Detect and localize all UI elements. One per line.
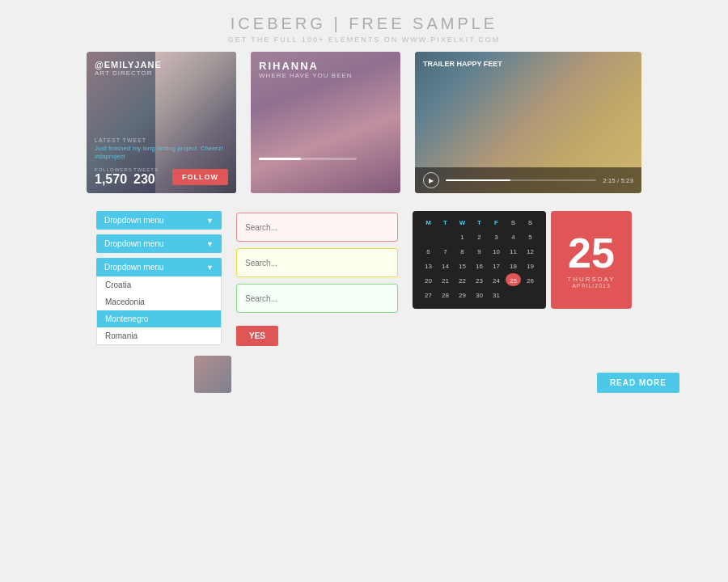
cal-day-16[interactable]: 16: [472, 259, 487, 272]
dropdown-3-container: Dropdown menu ▼ Croatia Macedonia Monten…: [96, 258, 222, 345]
profile-card: @EMILYJANE ART DIRECTOR LATEST TWEET Jus…: [87, 52, 236, 193]
dropdowns-column: Dropdown menu ▼ Dropdown menu ▼ Dropdown…: [96, 211, 222, 345]
tweets-count: 230: [133, 172, 172, 187]
cal-day-19[interactable]: 19: [523, 259, 538, 272]
yes-button[interactable]: YES: [236, 326, 278, 346]
main-content: @EMILYJANE ART DIRECTOR LATEST TWEET Jus…: [0, 52, 728, 393]
followers-count: 1,570: [95, 172, 133, 187]
dropdown-option-montenegro[interactable]: Montenegro: [97, 310, 221, 327]
profile-stats: FOLLOWERS 1,570 TWEETS 230 FOLLOW: [95, 167, 228, 187]
dropdown-3[interactable]: Dropdown menu ▼: [96, 258, 222, 276]
cal-day-20[interactable]: 20: [421, 273, 436, 286]
cal-day-25[interactable]: 25: [506, 273, 521, 286]
video-label: TRAILER HAPPY FEET: [423, 60, 502, 68]
cal-day-22[interactable]: 22: [455, 273, 470, 286]
warning-input[interactable]: [236, 248, 398, 277]
video-card: TRAILER HAPPY FEET ▶ 2:15 / 5:23: [415, 52, 641, 193]
success-input[interactable]: [236, 284, 398, 313]
avatar-section: [194, 356, 231, 393]
dropdown-2-label: Dropdown menu: [104, 239, 163, 248]
cal-day-24[interactable]: 24: [489, 273, 504, 286]
cal-day-empty-1: [438, 230, 453, 242]
tweets-stat: TWEETS 230: [133, 167, 172, 187]
cal-day-31[interactable]: 31: [489, 288, 504, 301]
video-progress-bar[interactable]: [446, 179, 596, 181]
inputs-column: YES: [236, 213, 398, 346]
cal-day-9[interactable]: 9: [472, 244, 487, 257]
cal-header-f: F: [489, 219, 504, 226]
cal-header-m: M: [421, 219, 436, 226]
music-artist: RIHANNA: [259, 60, 392, 72]
profile-content: @EMILYJANE ART DIRECTOR LATEST TWEET Jus…: [87, 52, 236, 193]
followers-stat: FOLLOWERS 1,570: [95, 167, 133, 187]
cal-header-t2: T: [472, 219, 487, 226]
cal-header-w: W: [455, 219, 470, 226]
date-month: APRIL/2013: [572, 283, 611, 289]
dropdown-1[interactable]: Dropdown menu ▼: [96, 211, 222, 230]
chevron-down-icon-2: ▼: [206, 240, 214, 248]
cal-day-1[interactable]: 1: [455, 230, 470, 242]
music-progress-bar[interactable]: [259, 158, 357, 160]
avatar: [194, 356, 231, 393]
video-play-button[interactable]: ▶: [423, 172, 439, 188]
error-input[interactable]: [236, 213, 398, 242]
cal-day-3[interactable]: 3: [489, 230, 504, 242]
profile-role: ART DIRECTOR: [95, 70, 228, 77]
cal-day-17[interactable]: 17: [489, 259, 504, 272]
header-title: ICEBERG | FREE SAMPLE: [0, 15, 728, 33]
cal-day-2[interactable]: 2: [472, 230, 487, 242]
cal-day-12[interactable]: 12: [523, 244, 538, 257]
cal-day-28[interactable]: 28: [438, 288, 453, 301]
dropdown-option-macedonia[interactable]: Macedonia: [97, 293, 221, 310]
cal-day-5[interactable]: 5: [523, 230, 538, 242]
cal-day-29[interactable]: 29: [455, 288, 470, 301]
calendar-section: M T W T F S S 12345678910111213141516171…: [413, 211, 632, 309]
cal-day-4[interactable]: 4: [506, 230, 521, 242]
cal-day-14[interactable]: 14: [438, 259, 453, 272]
video-controls: ▶ 2:15 / 5:23: [415, 167, 641, 193]
read-more-button[interactable]: READ MORE: [597, 373, 679, 393]
cal-day-30[interactable]: 30: [472, 288, 487, 301]
calendar-body: 1234567891011121314151617181920212223242…: [421, 230, 538, 301]
video-progress-fill: [446, 179, 510, 181]
cal-day-8[interactable]: 8: [455, 244, 470, 257]
tweet-hashtag: #daproject: [95, 153, 125, 160]
tweet-label: LATEST TWEET: [95, 137, 228, 143]
video-time: 2:15 / 5:23: [603, 177, 633, 184]
calendar-grid: M T W T F S S 12345678910111213141516171…: [413, 211, 546, 309]
date-display: 25 THURSDAY APRIL/2013: [551, 211, 632, 309]
cal-day-6[interactable]: 6: [421, 244, 436, 257]
music-content: RIHANNA WHERE HAVE YOU BEEN: [251, 52, 400, 87]
cal-day-empty-33: [506, 288, 521, 301]
tweet-text: Just finished my long lasting project. C…: [95, 145, 228, 162]
cal-day-10[interactable]: 10: [489, 244, 504, 257]
cal-day-11[interactable]: 11: [506, 244, 521, 257]
date-number: 25: [568, 232, 615, 274]
cal-day-23[interactable]: 23: [472, 273, 487, 286]
dropdown-option-romania[interactable]: Romania: [97, 327, 221, 344]
video-label-prefix: TRAILER: [423, 60, 455, 68]
cal-day-15[interactable]: 15: [455, 259, 470, 272]
cal-day-13[interactable]: 13: [421, 259, 436, 272]
cal-day-empty-0: [421, 230, 436, 242]
bottom-row: Dropdown menu ▼ Dropdown menu ▼ Dropdown…: [96, 211, 632, 346]
dropdown-option-croatia[interactable]: Croatia: [97, 276, 221, 293]
dropdown-3-label: Dropdown menu: [104, 263, 163, 272]
calendar-header: M T W T F S S: [421, 219, 538, 226]
tweet-body: Just finished my long lasting project. C…: [95, 145, 223, 152]
cal-day-7[interactable]: 7: [438, 244, 453, 257]
music-progress-fill: [259, 158, 301, 160]
cal-day-27[interactable]: 27: [421, 288, 436, 301]
video-label-title: HAPPY FEET: [457, 60, 502, 68]
top-row: @EMILYJANE ART DIRECTOR LATEST TWEET Jus…: [87, 52, 641, 193]
music-song: WHERE HAVE YOU BEEN: [259, 72, 392, 79]
cal-day-21[interactable]: 21: [438, 273, 453, 286]
cal-day-26[interactable]: 26: [523, 273, 538, 286]
cal-header-s1: S: [506, 219, 521, 226]
cal-day-18[interactable]: 18: [506, 259, 521, 272]
profile-username: @EMILYJANE: [95, 60, 228, 70]
dropdown-2[interactable]: Dropdown menu ▼: [96, 234, 222, 253]
bottom-misc: READ MORE: [49, 356, 679, 393]
follow-button[interactable]: FOLLOW: [172, 169, 228, 185]
date-weekday: THURSDAY: [567, 276, 615, 283]
